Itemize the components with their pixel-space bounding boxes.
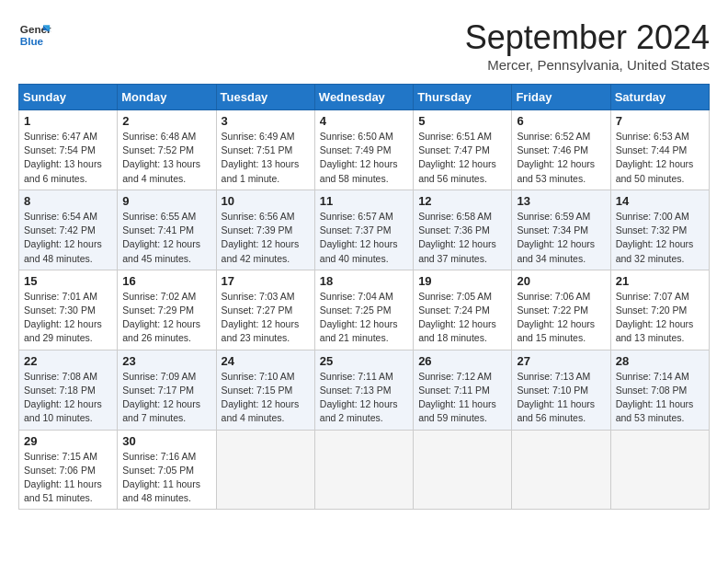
day-number: 2 <box>122 114 210 128</box>
day-number: 7 <box>616 114 704 128</box>
day-info: Sunrise: 6:57 AMSunset: 7:37 PMDaylight:… <box>320 210 408 266</box>
week-row-2: 8Sunrise: 6:54 AMSunset: 7:42 PMDaylight… <box>19 190 710 270</box>
week-row-3: 15Sunrise: 7:01 AMSunset: 7:30 PMDayligh… <box>19 270 710 350</box>
day-cell <box>610 430 709 510</box>
day-number: 5 <box>418 114 506 128</box>
day-info: Sunrise: 6:53 AMSunset: 7:44 PMDaylight:… <box>616 130 704 186</box>
header-cell-wednesday: Wednesday <box>314 85 413 110</box>
header-cell-tuesday: Tuesday <box>216 85 314 110</box>
day-number: 18 <box>320 274 408 288</box>
day-cell: 24Sunrise: 7:10 AMSunset: 7:15 PMDayligh… <box>216 350 314 430</box>
day-number: 14 <box>616 194 704 208</box>
day-number: 20 <box>517 274 605 288</box>
day-cell <box>314 430 413 510</box>
header-cell-thursday: Thursday <box>414 85 512 110</box>
logo-icon: General Blue <box>18 18 51 52</box>
day-info: Sunrise: 7:09 AMSunset: 7:17 PMDaylight:… <box>122 370 210 426</box>
day-info: Sunrise: 6:50 AMSunset: 7:49 PMDaylight:… <box>320 130 408 186</box>
day-info: Sunrise: 7:08 AMSunset: 7:18 PMDaylight:… <box>24 370 112 426</box>
day-info: Sunrise: 7:04 AMSunset: 7:25 PMDaylight:… <box>320 290 408 346</box>
day-number: 19 <box>418 274 506 288</box>
header-cell-sunday: Sunday <box>19 85 118 110</box>
day-info: Sunrise: 7:13 AMSunset: 7:10 PMDaylight:… <box>517 370 605 426</box>
day-number: 13 <box>517 194 605 208</box>
day-info: Sunrise: 6:55 AMSunset: 7:41 PMDaylight:… <box>122 210 210 266</box>
day-number: 26 <box>418 354 506 368</box>
day-cell: 19Sunrise: 7:05 AMSunset: 7:24 PMDayligh… <box>414 270 512 350</box>
day-info: Sunrise: 6:54 AMSunset: 7:42 PMDaylight:… <box>24 210 112 266</box>
day-info: Sunrise: 7:12 AMSunset: 7:11 PMDaylight:… <box>418 370 506 426</box>
day-cell: 30Sunrise: 7:16 AMSunset: 7:05 PMDayligh… <box>118 430 216 510</box>
day-number: 3 <box>222 114 310 128</box>
day-number: 4 <box>320 114 408 128</box>
calendar-subtitle: Mercer, Pennsylvania, United States <box>465 57 710 73</box>
day-cell: 4Sunrise: 6:50 AMSunset: 7:49 PMDaylight… <box>314 110 413 190</box>
day-cell: 13Sunrise: 6:59 AMSunset: 7:34 PMDayligh… <box>512 190 610 270</box>
day-cell: 21Sunrise: 7:07 AMSunset: 7:20 PMDayligh… <box>610 270 709 350</box>
day-number: 27 <box>517 354 605 368</box>
day-cell: 1Sunrise: 6:47 AMSunset: 7:54 PMDaylight… <box>19 110 118 190</box>
day-number: 21 <box>616 274 704 288</box>
day-cell: 8Sunrise: 6:54 AMSunset: 7:42 PMDaylight… <box>19 190 118 270</box>
day-cell <box>512 430 610 510</box>
day-info: Sunrise: 7:11 AMSunset: 7:13 PMDaylight:… <box>320 370 408 426</box>
day-info: Sunrise: 7:00 AMSunset: 7:32 PMDaylight:… <box>616 210 704 266</box>
day-number: 1 <box>24 114 112 128</box>
day-info: Sunrise: 7:16 AMSunset: 7:05 PMDaylight:… <box>122 450 210 506</box>
day-cell: 23Sunrise: 7:09 AMSunset: 7:17 PMDayligh… <box>118 350 216 430</box>
day-cell: 20Sunrise: 7:06 AMSunset: 7:22 PMDayligh… <box>512 270 610 350</box>
logo: General Blue <box>18 18 51 52</box>
day-cell: 3Sunrise: 6:49 AMSunset: 7:51 PMDaylight… <box>216 110 314 190</box>
day-info: Sunrise: 6:52 AMSunset: 7:46 PMDaylight:… <box>517 130 605 186</box>
day-info: Sunrise: 7:10 AMSunset: 7:15 PMDaylight:… <box>222 370 310 426</box>
day-cell: 29Sunrise: 7:15 AMSunset: 7:06 PMDayligh… <box>19 430 118 510</box>
day-number: 11 <box>320 194 408 208</box>
day-cell: 12Sunrise: 6:58 AMSunset: 7:36 PMDayligh… <box>414 190 512 270</box>
day-cell: 2Sunrise: 6:48 AMSunset: 7:52 PMDaylight… <box>118 110 216 190</box>
week-row-1: 1Sunrise: 6:47 AMSunset: 7:54 PMDaylight… <box>19 110 710 190</box>
day-info: Sunrise: 7:05 AMSunset: 7:24 PMDaylight:… <box>418 290 506 346</box>
day-info: Sunrise: 7:15 AMSunset: 7:06 PMDaylight:… <box>24 450 112 506</box>
day-cell: 14Sunrise: 7:00 AMSunset: 7:32 PMDayligh… <box>610 190 709 270</box>
day-cell <box>216 430 314 510</box>
day-number: 30 <box>122 434 210 448</box>
day-number: 12 <box>418 194 506 208</box>
day-cell: 10Sunrise: 6:56 AMSunset: 7:39 PMDayligh… <box>216 190 314 270</box>
day-number: 15 <box>24 274 112 288</box>
day-cell: 18Sunrise: 7:04 AMSunset: 7:25 PMDayligh… <box>314 270 413 350</box>
day-cell: 7Sunrise: 6:53 AMSunset: 7:44 PMDaylight… <box>610 110 709 190</box>
day-info: Sunrise: 7:02 AMSunset: 7:29 PMDaylight:… <box>122 290 210 346</box>
header-row: SundayMondayTuesdayWednesdayThursdayFrid… <box>19 85 710 110</box>
svg-text:Blue: Blue <box>20 35 44 47</box>
day-number: 9 <box>122 194 210 208</box>
day-info: Sunrise: 7:06 AMSunset: 7:22 PMDaylight:… <box>517 290 605 346</box>
day-number: 22 <box>24 354 112 368</box>
day-cell: 17Sunrise: 7:03 AMSunset: 7:27 PMDayligh… <box>216 270 314 350</box>
day-cell: 9Sunrise: 6:55 AMSunset: 7:41 PMDaylight… <box>118 190 216 270</box>
day-cell: 22Sunrise: 7:08 AMSunset: 7:18 PMDayligh… <box>19 350 118 430</box>
day-number: 28 <box>616 354 704 368</box>
day-cell: 26Sunrise: 7:12 AMSunset: 7:11 PMDayligh… <box>414 350 512 430</box>
day-cell: 27Sunrise: 7:13 AMSunset: 7:10 PMDayligh… <box>512 350 610 430</box>
day-cell: 28Sunrise: 7:14 AMSunset: 7:08 PMDayligh… <box>610 350 709 430</box>
day-info: Sunrise: 7:14 AMSunset: 7:08 PMDaylight:… <box>616 370 704 426</box>
day-number: 17 <box>222 274 310 288</box>
page-header: General Blue September 2024 Mercer, Penn… <box>18 18 710 73</box>
day-info: Sunrise: 6:58 AMSunset: 7:36 PMDaylight:… <box>418 210 506 266</box>
day-cell: 11Sunrise: 6:57 AMSunset: 7:37 PMDayligh… <box>314 190 413 270</box>
day-cell: 16Sunrise: 7:02 AMSunset: 7:29 PMDayligh… <box>118 270 216 350</box>
day-number: 16 <box>122 274 210 288</box>
day-number: 23 <box>122 354 210 368</box>
day-cell: 5Sunrise: 6:51 AMSunset: 7:47 PMDaylight… <box>414 110 512 190</box>
day-info: Sunrise: 7:07 AMSunset: 7:20 PMDaylight:… <box>616 290 704 346</box>
header-cell-monday: Monday <box>118 85 216 110</box>
day-cell: 6Sunrise: 6:52 AMSunset: 7:46 PMDaylight… <box>512 110 610 190</box>
day-info: Sunrise: 6:48 AMSunset: 7:52 PMDaylight:… <box>122 130 210 186</box>
day-info: Sunrise: 6:56 AMSunset: 7:39 PMDaylight:… <box>222 210 310 266</box>
day-number: 10 <box>222 194 310 208</box>
week-row-4: 22Sunrise: 7:08 AMSunset: 7:18 PMDayligh… <box>19 350 710 430</box>
day-info: Sunrise: 6:51 AMSunset: 7:47 PMDaylight:… <box>418 130 506 186</box>
header-cell-saturday: Saturday <box>610 85 709 110</box>
day-number: 8 <box>24 194 112 208</box>
header-cell-friday: Friday <box>512 85 610 110</box>
